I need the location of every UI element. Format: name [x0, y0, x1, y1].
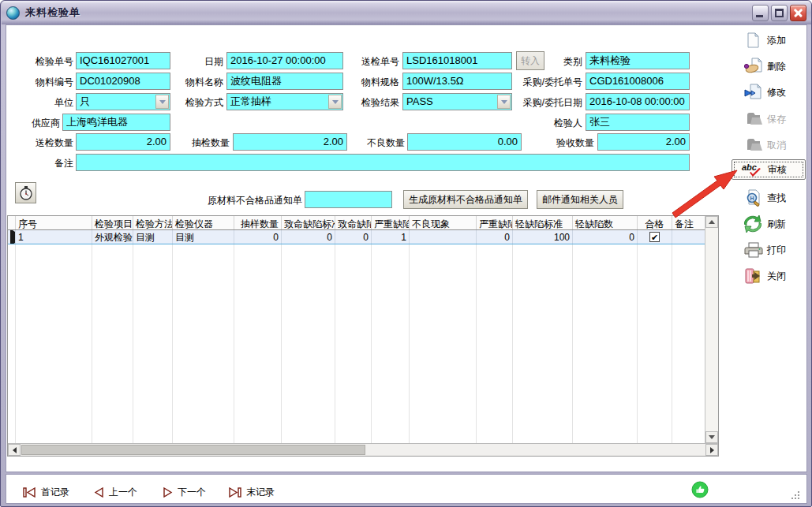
inspection-items-grid: 序号 检验项目 检验方法 检验仪器 抽样数量 致命缺陷标准 致命缺陷数 严重缺陷…	[7, 215, 719, 457]
sampled-qty-field[interactable]: 2.00	[233, 133, 347, 151]
app-window: 来料检验单 检验单号 IQC161027001 日期 2016-10-27 00…	[0, 0, 812, 507]
resize-grip[interactable]	[790, 491, 801, 501]
material-no-label: 物料编号	[10, 76, 73, 88]
remark-field[interactable]	[76, 154, 690, 171]
window-title: 来料检验单	[25, 6, 80, 20]
defective-qty-label: 不良数量	[342, 136, 405, 149]
inspection-result-label: 检验结果	[320, 96, 399, 109]
nav-next[interactable]: 下一个	[163, 484, 206, 500]
date-label: 日期	[152, 55, 223, 68]
scroll-down-icon	[709, 435, 715, 439]
col-qualified[interactable]: 合格	[638, 216, 672, 229]
minimize-icon	[756, 15, 763, 17]
refresh-button[interactable]: 刷新	[735, 213, 807, 235]
close-icon	[791, 6, 806, 21]
modify-button[interactable]: 修改	[735, 81, 807, 103]
purchase-date-field[interactable]: 2016-10-08 00:00:00	[586, 93, 690, 110]
delete-hand-icon	[744, 58, 763, 75]
nav-previous[interactable]: 上一个	[94, 484, 137, 500]
qualified-checkbox[interactable]: ✔	[649, 232, 660, 242]
add-button[interactable]: 添加	[735, 29, 807, 51]
material-name-label: 物料名称	[152, 76, 223, 88]
submission-no-label: 送检单号	[320, 55, 399, 68]
maximize-button[interactable]	[771, 5, 788, 21]
maximize-icon	[775, 9, 784, 17]
delete-button[interactable]: 删除	[735, 55, 807, 77]
close-button[interactable]	[790, 5, 806, 21]
col-instrument[interactable]: 检验仪器	[173, 216, 234, 229]
inspector-field[interactable]: 张三	[586, 114, 690, 131]
refresh-icon	[744, 215, 763, 233]
svg-text:H: H	[750, 196, 754, 201]
minimize-button[interactable]	[752, 5, 769, 21]
sampled-qty-label: 抽检数量	[167, 136, 230, 149]
submitted-qty-label: 送检数量	[10, 136, 73, 149]
col-seq[interactable]: 序号	[16, 216, 92, 229]
nonconforming-notice-label: 原材料不合格品通知单	[200, 194, 302, 207]
close-window-button[interactable]: 关闭	[735, 265, 807, 287]
accepted-qty-field[interactable]: 2.00	[597, 133, 690, 151]
col-minor-count[interactable]: 轻缺陷数	[573, 216, 638, 229]
cancel-button: 取消	[735, 134, 807, 156]
col-method[interactable]: 检验方法	[133, 216, 173, 229]
purchase-no-label: 采购/委托单号	[496, 76, 582, 88]
horizontal-scroll-thumb[interactable]	[21, 445, 365, 455]
printer-icon	[744, 241, 763, 259]
row-selector-icon	[10, 230, 15, 244]
col-major-count[interactable]: 严重缺陷数	[477, 216, 513, 229]
inspection-no-label: 检验单号	[10, 55, 73, 68]
globe-icon	[6, 6, 20, 20]
titlebar[interactable]: 来料检验单	[2, 1, 811, 24]
horizontal-scrollbar[interactable]	[8, 443, 718, 456]
purchase-no-field[interactable]: CGD161008006	[586, 73, 690, 90]
supplier-field[interactable]: 上海鸣洋电器	[62, 114, 170, 131]
print-button[interactable]: 打印	[735, 239, 807, 261]
accepted-qty-label: 验收数量	[531, 136, 594, 149]
defective-qty-field[interactable]: 0.00	[407, 133, 522, 151]
cancel-icon	[744, 136, 763, 154]
audit-button[interactable]: abc 审核	[732, 159, 806, 180]
abc-check-icon: abc	[742, 161, 764, 178]
table-row[interactable]: 1 外观检验 目测 目测 0 0 0 1 0 100 0 ✔	[8, 230, 706, 244]
purchase-date-label: 采购/委托日期	[496, 96, 582, 109]
email-notify-button[interactable]: 邮件通知相关人员	[537, 190, 623, 209]
new-document-icon	[744, 32, 763, 49]
nav-last-record[interactable]: 末记录	[228, 484, 275, 500]
remark-label: 备注	[10, 157, 73, 170]
scroll-up-button[interactable]	[705, 216, 718, 228]
selector-column-header	[8, 216, 16, 229]
col-remark[interactable]: 备注	[672, 216, 706, 229]
save-icon	[744, 110, 763, 128]
col-minor-std[interactable]: 轻缺陷标准	[513, 216, 573, 229]
scroll-right-button[interactable]	[705, 444, 718, 456]
material-spec-label: 物料规格	[320, 76, 399, 88]
nav-first-record[interactable]: 首记录	[23, 484, 69, 500]
search-icon: H	[744, 189, 763, 207]
scroll-left-icon	[13, 447, 17, 453]
scroll-up-icon	[709, 220, 715, 224]
find-button[interactable]: H 查找	[735, 187, 807, 209]
nonconforming-notice-field[interactable]	[305, 191, 392, 208]
category-field[interactable]: 来料检验	[586, 52, 690, 69]
timer-button[interactable]	[15, 182, 36, 203]
scroll-right-icon	[710, 447, 714, 453]
submitted-qty-field[interactable]: 2.00	[76, 133, 170, 151]
row-selector	[8, 230, 16, 244]
scroll-left-button[interactable]	[8, 444, 21, 456]
scroll-down-button[interactable]	[705, 431, 718, 443]
inspector-label: 检验人	[496, 117, 582, 129]
supplier-label: 供应商	[10, 117, 60, 129]
inspection-method-label: 检验方式	[152, 96, 223, 109]
unit-label: 单位	[10, 96, 73, 109]
col-defect-desc[interactable]: 不良现象	[410, 216, 477, 229]
generate-notice-button[interactable]: 生成原材料不合格品通知单	[403, 190, 528, 209]
category-label: 类别	[496, 55, 582, 68]
stopwatch-icon	[19, 186, 33, 200]
col-critical-std[interactable]: 致命缺陷标准	[282, 216, 335, 229]
grid-gridlines	[8, 230, 706, 443]
col-major-std[interactable]: 严重缺陷标准	[372, 216, 410, 229]
col-sample-qty[interactable]: 抽样数量	[234, 216, 282, 229]
col-item[interactable]: 检验项目	[92, 216, 133, 229]
col-critical-count[interactable]: 致命缺陷数	[335, 216, 372, 229]
vertical-scrollbar[interactable]	[705, 216, 718, 443]
